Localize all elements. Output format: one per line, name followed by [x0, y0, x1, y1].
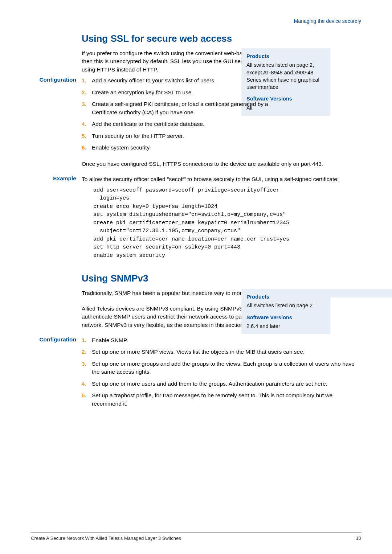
list-item: 4.Add the certificate to the certificate…	[82, 120, 274, 128]
step-number: 5.	[82, 132, 86, 140]
list-item: 1.Add a security officer to your switch'…	[82, 77, 274, 85]
step-text: Enable SNMP.	[92, 337, 128, 343]
sidebar-products-text: All switches listed on page 2	[246, 302, 325, 309]
section-snmp-title: Using SNMPv3	[82, 273, 361, 284]
ssl-example-block: Example To allow the security officer ca…	[82, 175, 361, 260]
ssl-config-block: Configuration 1.Add a security officer t…	[82, 77, 361, 152]
snmp-steps-list: 1.Enable SNMP. 2.Set up one or more SNMP…	[82, 336, 361, 408]
step-text: Add a security officer to your switch's …	[92, 77, 216, 83]
list-item: 5.Set up a traphost profile, for trap me…	[82, 391, 361, 408]
step-number: 3.	[82, 100, 86, 108]
sidebar-products-heading: Products	[246, 53, 325, 60]
step-text: Add the certificate to the certificate d…	[92, 121, 204, 127]
ssl-postconfig: Once you have configured SSL, HTTPS conn…	[82, 160, 361, 168]
ssl-example-intro: To allow the security officer called "se…	[82, 175, 361, 183]
step-number: 6.	[82, 144, 86, 152]
page-footer: Create A Secure Network With Allied Tele…	[31, 532, 361, 541]
sidebar-versions-heading: Software Versions	[246, 314, 325, 321]
footer-title: Create A Secure Network With Allied Tele…	[31, 535, 181, 541]
step-text: Set up a traphost profile, for trap mess…	[92, 392, 332, 406]
step-text: Create an encryption key for SSL to use.	[92, 89, 193, 95]
list-item: 2.Set up one or more SNMP views. Views l…	[82, 348, 361, 356]
list-item: 3.Set up one or more groups and add the …	[82, 360, 361, 376]
step-number: 2.	[82, 89, 86, 97]
step-number: 3.	[82, 360, 86, 368]
list-item: 4.Set up one or more users and add them …	[82, 380, 361, 388]
ssl-steps-list: 1.Add a security officer to your switch'…	[82, 77, 274, 152]
snmp-config-block: Configuration 1.Enable SNMP. 2.Set up on…	[82, 336, 361, 408]
step-text: Turn security on for the HTTP server.	[92, 133, 184, 139]
step-number: 4.	[82, 120, 86, 128]
section-ssl-title: Using SSL for secure web access	[82, 33, 361, 44]
list-item: 1.Enable SNMP.	[82, 336, 361, 344]
list-item: 2.Create an encryption key for SSL to us…	[82, 89, 274, 97]
sidebar-versions-text: 2.6.4 and later	[246, 323, 325, 330]
step-number: 2.	[82, 348, 86, 356]
list-item: 5.Turn security on for the HTTP server.	[82, 132, 274, 140]
step-text: Set up one or more SNMP views. Views lis…	[92, 349, 305, 355]
ssl-example-code: add user=secoff password=secoff privileg…	[93, 186, 361, 260]
running-header: Managing the device securely	[31, 18, 361, 24]
example-label: Example	[31, 175, 76, 182]
configuration-label: Configuration	[31, 336, 76, 343]
step-number: 4.	[82, 380, 86, 388]
list-item: 6.Enable system security.	[82, 144, 274, 152]
step-number: 1.	[82, 77, 86, 85]
step-text: Set up one or more users and add them to…	[92, 381, 327, 387]
sidebar-products-heading: Products	[246, 293, 325, 300]
step-number: 5.	[82, 391, 86, 399]
page-number: 10	[356, 535, 361, 541]
step-text: Set up one or more groups and add the gr…	[92, 361, 355, 375]
sidebar-box-snmp: Products All switches listed on page 2 S…	[241, 289, 330, 334]
step-text: Create a self-signed PKI certificate, or…	[92, 101, 268, 115]
step-number: 1.	[82, 336, 86, 344]
step-text: Enable system security.	[92, 144, 151, 151]
list-item: 3.Create a self-signed PKI certificate, …	[82, 100, 274, 116]
configuration-label: Configuration	[31, 77, 76, 83]
